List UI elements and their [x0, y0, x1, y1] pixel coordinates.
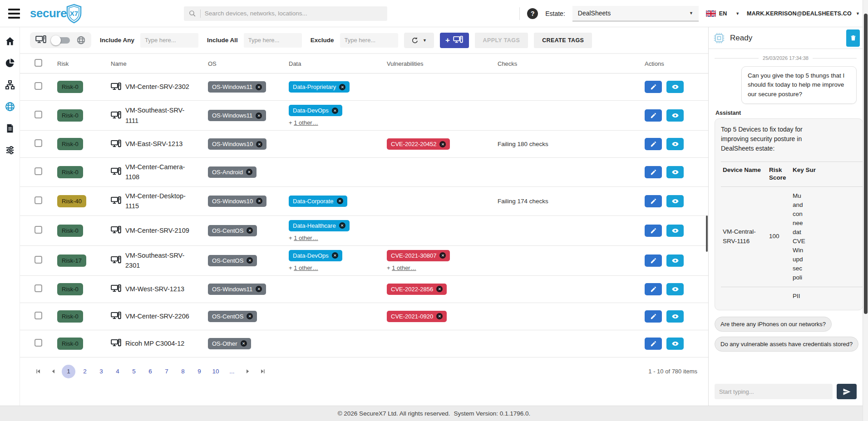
- page-button-5[interactable]: 5: [127, 365, 141, 378]
- edit-button[interactable]: [645, 338, 662, 350]
- view-button[interactable]: [666, 310, 684, 323]
- remove-tag-icon[interactable]: ✕: [439, 141, 446, 147]
- chat-input[interactable]: [715, 384, 833, 399]
- remove-tag-icon[interactable]: ✕: [332, 108, 338, 114]
- row-checkbox[interactable]: [35, 226, 42, 234]
- edit-button[interactable]: [645, 109, 662, 122]
- remove-tag-icon[interactable]: ✕: [436, 313, 443, 319]
- remove-tag-icon[interactable]: ✕: [339, 222, 345, 229]
- remove-tag-icon[interactable]: ✕: [339, 84, 345, 90]
- edit-button[interactable]: [645, 166, 662, 178]
- view-button[interactable]: [666, 109, 684, 122]
- remove-tag-icon[interactable]: ✕: [256, 198, 262, 204]
- row-checkbox[interactable]: [35, 139, 42, 147]
- prev-page-icon[interactable]: [46, 365, 60, 378]
- include-all-input[interactable]: [244, 33, 302, 48]
- page-button-4[interactable]: 4: [111, 365, 124, 378]
- next-page-icon[interactable]: [241, 365, 254, 378]
- estate-select[interactable]: DealSheets ▼: [572, 6, 699, 21]
- edit-button[interactable]: [645, 225, 662, 237]
- view-button[interactable]: [666, 166, 684, 178]
- sidebar-item-analytics[interactable]: [4, 58, 16, 70]
- edit-button[interactable]: [645, 255, 662, 267]
- row-checkbox[interactable]: [35, 312, 42, 319]
- remove-tag-icon[interactable]: ✕: [247, 227, 253, 234]
- apply-tags-button[interactable]: APPLY TAGS: [475, 33, 528, 48]
- suggestion-chip[interactable]: Are there any iPhones on our networks?: [715, 317, 832, 332]
- main-scrollbar-thumb[interactable]: [706, 215, 708, 252]
- sidebar-item-network[interactable]: [4, 80, 16, 92]
- remove-tag-icon[interactable]: ✕: [247, 313, 253, 319]
- hamburger-menu-icon[interactable]: [8, 9, 20, 19]
- create-tags-button[interactable]: CREATE TAGS: [534, 33, 592, 48]
- clear-chat-button[interactable]: [846, 29, 860, 47]
- refresh-button[interactable]: ▼: [404, 33, 434, 48]
- page-button-...[interactable]: ...: [225, 365, 239, 378]
- user-menu[interactable]: MARK.KERRISON@DEALSHEETS.CO ▼: [747, 10, 860, 17]
- more-tags-link[interactable]: + 1 other…: [387, 264, 416, 271]
- remove-tag-icon[interactable]: ✕: [439, 252, 446, 259]
- view-button[interactable]: [666, 283, 684, 295]
- send-button[interactable]: [837, 384, 857, 399]
- row-checkbox[interactable]: [35, 284, 42, 292]
- suggestion-chip[interactable]: Do any vulnerable assets have credential…: [715, 337, 858, 352]
- edit-button[interactable]: [645, 310, 662, 323]
- edit-button[interactable]: [645, 195, 662, 207]
- remove-tag-icon[interactable]: ✕: [241, 340, 247, 347]
- page-button-1[interactable]: 1: [62, 365, 75, 378]
- row-checkbox[interactable]: [35, 167, 42, 175]
- select-all-checkbox[interactable]: [35, 59, 42, 67]
- window-scrollbar-thumb[interactable]: [864, 14, 868, 314]
- more-tags-link[interactable]: + 1 other…: [289, 235, 318, 241]
- language-select[interactable]: EN ▼: [706, 10, 740, 17]
- include-any-input[interactable]: [140, 33, 198, 48]
- remove-tag-icon[interactable]: ✕: [256, 84, 262, 90]
- view-button[interactable]: [666, 338, 684, 350]
- remove-tag-icon[interactable]: ✕: [256, 113, 262, 119]
- page-button-6[interactable]: 6: [143, 365, 157, 378]
- view-button[interactable]: [666, 81, 684, 93]
- edit-button[interactable]: [645, 81, 662, 93]
- view-button[interactable]: [666, 225, 684, 237]
- row-checkbox[interactable]: [35, 339, 42, 347]
- view-button[interactable]: [666, 195, 684, 207]
- edit-button[interactable]: [645, 283, 662, 295]
- remove-tag-icon[interactable]: ✕: [256, 286, 262, 292]
- remove-tag-icon[interactable]: ✕: [436, 286, 443, 292]
- more-tags-link[interactable]: + 1 other…: [289, 119, 318, 126]
- exclude-input[interactable]: [340, 33, 398, 48]
- view-button[interactable]: [666, 255, 684, 267]
- search-input[interactable]: [205, 10, 383, 17]
- row-checkbox[interactable]: [35, 256, 42, 264]
- sidebar-item-home[interactable]: [4, 36, 16, 48]
- page-button-10[interactable]: 10: [209, 365, 222, 378]
- remove-tag-icon[interactable]: ✕: [247, 257, 253, 264]
- page-button-8[interactable]: 8: [176, 365, 190, 378]
- row-checkbox[interactable]: [35, 196, 42, 204]
- row-checkbox[interactable]: [35, 82, 42, 90]
- toggle-switch[interactable]: [53, 37, 70, 44]
- remove-tag-icon[interactable]: ✕: [246, 169, 252, 175]
- help-icon[interactable]: ?: [527, 8, 538, 19]
- os-tag: OS-Windows10✕: [208, 138, 266, 150]
- first-page-icon[interactable]: [31, 365, 44, 378]
- remove-tag-icon[interactable]: ✕: [256, 141, 262, 147]
- page-button-7[interactable]: 7: [160, 365, 173, 378]
- page-button-2[interactable]: 2: [78, 365, 92, 378]
- window-scrollbar[interactable]: [863, 0, 868, 421]
- view-button[interactable]: [666, 138, 684, 150]
- remove-tag-icon[interactable]: ✕: [332, 252, 338, 259]
- app-logo[interactable]: secure X7: [30, 3, 83, 24]
- sidebar-item-devices[interactable]: [4, 102, 16, 113]
- sidebar-item-reports[interactable]: [4, 123, 16, 135]
- last-page-icon[interactable]: [256, 365, 270, 378]
- edit-button[interactable]: [645, 138, 662, 150]
- remove-tag-icon[interactable]: ✕: [337, 198, 343, 204]
- sidebar-item-settings[interactable]: [4, 145, 16, 157]
- page-button-9[interactable]: 9: [192, 365, 206, 378]
- more-tags-link[interactable]: + 1 other…: [289, 264, 318, 271]
- row-checkbox[interactable]: [35, 111, 42, 118]
- device-network-toggle[interactable]: [30, 32, 91, 48]
- page-button-3[interactable]: 3: [94, 365, 108, 378]
- add-device-button[interactable]: +: [440, 33, 469, 48]
